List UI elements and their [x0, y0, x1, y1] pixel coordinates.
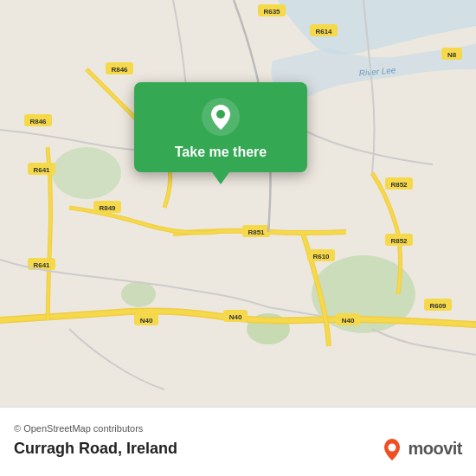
svg-text:R846: R846	[29, 118, 47, 125]
svg-text:N40: N40	[342, 317, 355, 325]
svg-text:R635: R635	[263, 8, 280, 16]
location-row: Curragh Road, Ireland moovit	[14, 437, 462, 461]
svg-point-39	[216, 110, 225, 119]
svg-text:N8: N8	[447, 51, 457, 59]
take-me-there-popup[interactable]: Take me there	[134, 82, 307, 172]
bottom-bar: © OpenStreetMap contributors Curragh Roa…	[0, 407, 476, 476]
svg-text:R849: R849	[99, 204, 116, 212]
moovit-text: moovit	[408, 439, 462, 459]
svg-text:R846: R846	[111, 66, 128, 74]
moovit-pin-icon	[380, 437, 404, 461]
map-container: N40 N40 N40 R851 R610 R849 R641 R641 R84…	[0, 0, 476, 407]
svg-text:N40: N40	[140, 317, 153, 325]
svg-text:N40: N40	[229, 313, 242, 321]
attribution: © OpenStreetMap contributors	[14, 423, 462, 434]
svg-text:R852: R852	[390, 237, 408, 245]
svg-text:R610: R610	[312, 253, 330, 261]
svg-text:R851: R851	[248, 228, 265, 236]
svg-point-4	[121, 281, 156, 307]
location-name: Curragh Road, Ireland	[14, 440, 177, 458]
map-svg: N40 N40 N40 R851 R610 R849 R641 R641 R84…	[0, 0, 476, 407]
svg-text:R641: R641	[33, 166, 50, 174]
svg-text:R852: R852	[390, 181, 408, 189]
moovit-logo: moovit	[380, 437, 462, 461]
svg-text:R614: R614	[315, 28, 332, 35]
svg-text:R609: R609	[429, 302, 447, 310]
svg-point-2	[52, 147, 121, 199]
location-pin-icon	[202, 98, 240, 136]
svg-point-40	[389, 443, 396, 451]
popup-label: Take me there	[175, 145, 267, 160]
